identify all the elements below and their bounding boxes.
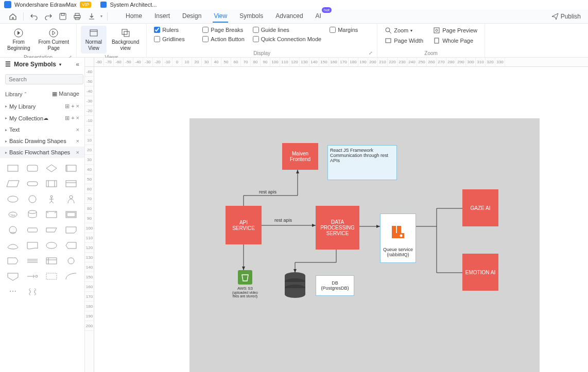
shape-stencil[interactable] xyxy=(44,255,59,267)
shape-stencil[interactable] xyxy=(63,162,79,174)
close-icon[interactable]: × xyxy=(76,138,79,144)
shape-stencil[interactable] xyxy=(63,193,79,205)
export-icon[interactable] xyxy=(86,11,97,22)
diagram-page[interactable]: Maiven Frontend React JS Framework Commu… xyxy=(189,118,540,372)
canvas[interactable]: Maiven Frontend React JS Framework Commu… xyxy=(94,67,588,372)
manage-link[interactable]: ▦ Manage xyxy=(52,91,79,97)
menu-design[interactable]: Design xyxy=(181,10,202,23)
add-icon[interactable]: ⊞ xyxy=(65,103,70,110)
vip-badge: VIP xyxy=(80,2,92,8)
node-db-label[interactable]: DB (PostgresDB) xyxy=(316,275,354,296)
svg-line-31 xyxy=(51,201,54,203)
shape-stencil[interactable] xyxy=(25,270,40,282)
shape-stencil[interactable]: ⋯ xyxy=(5,286,21,298)
shape-stencil[interactable] xyxy=(5,239,21,252)
library-item[interactable]: ▸Basic Drawing Shapes× xyxy=(0,135,84,147)
shape-stencil[interactable] xyxy=(5,224,21,236)
plus-icon[interactable]: + xyxy=(71,103,74,110)
shape-stencil[interactable] xyxy=(44,193,59,205)
menu-insert[interactable]: Insert xyxy=(153,10,171,23)
node-emotion-ai[interactable]: EMOTION AI xyxy=(462,254,498,291)
menu-ai[interactable]: AIhot xyxy=(315,10,322,23)
shape-stencil[interactable] xyxy=(63,224,79,236)
svg-rect-9 xyxy=(122,29,127,34)
shape-stencil[interactable] xyxy=(25,178,40,190)
node-aws-s3[interactable]: AWS S3 (uploaded video files are stored) xyxy=(230,270,261,298)
print-icon[interactable] xyxy=(72,11,83,22)
menu-home[interactable]: Home xyxy=(125,10,143,23)
svg-text:Yes: Yes xyxy=(10,214,15,217)
menu-symbols[interactable]: Symbols xyxy=(238,10,264,23)
menu-view[interactable]: View xyxy=(213,10,228,23)
ribbon-zoom: Zoom▾ Page Width Page Preview Whole Page… xyxy=(377,24,485,57)
actionbutton-checkbox[interactable]: Action Button xyxy=(199,35,247,43)
library-item[interactable]: ▸My Library⊞ + × xyxy=(0,100,84,112)
node-react-note[interactable]: React JS Framework Communication through… xyxy=(327,145,397,180)
shape-stencil[interactable] xyxy=(44,239,59,252)
undo-icon[interactable] xyxy=(28,11,40,22)
shape-stencil[interactable] xyxy=(44,224,59,236)
shape-stencil[interactable] xyxy=(63,208,79,221)
redo-icon[interactable] xyxy=(43,11,54,22)
pagebreaks-checkbox[interactable]: Page Breaks xyxy=(199,26,247,34)
node-database-cylinder[interactable] xyxy=(284,272,307,300)
doc-title[interactable]: System Architect... xyxy=(110,2,157,8)
library-item[interactable]: ▸Text× xyxy=(0,124,84,135)
normal-view-button[interactable]: Normal View xyxy=(81,26,107,54)
shape-stencil[interactable] xyxy=(63,255,79,267)
shape-stencil[interactable] xyxy=(5,178,21,190)
shape-stencil[interactable] xyxy=(25,286,40,298)
shape-stencil[interactable] xyxy=(25,239,40,252)
pagewidth-button[interactable]: Page Width xyxy=(382,36,428,45)
home-icon[interactable] xyxy=(7,11,19,22)
shape-stencil[interactable] xyxy=(25,193,40,205)
node-queue[interactable]: Queue service (rabbitMQ) xyxy=(380,214,416,263)
shape-stencil[interactable] xyxy=(44,270,59,282)
shape-stencil[interactable] xyxy=(25,208,40,221)
shape-stencil[interactable] xyxy=(25,224,40,236)
expand-icon[interactable]: ⤢ xyxy=(369,50,373,56)
guidelines-checkbox[interactable]: Guide lines xyxy=(250,26,324,34)
plus-icon[interactable]: + xyxy=(71,115,74,121)
background-view-button[interactable]: Background view xyxy=(109,26,142,54)
pagepreview-button[interactable]: Page Preview xyxy=(430,26,480,35)
quickconn-checkbox[interactable]: Quick Connection Mode xyxy=(250,35,324,43)
add-icon[interactable]: ⊞ xyxy=(65,115,70,121)
margins-checkbox[interactable]: Margins xyxy=(326,26,373,34)
shape-stencil[interactable] xyxy=(5,193,21,205)
node-data-processing[interactable]: DATA PROCESSING SERVICE xyxy=(316,206,359,250)
shape-stencil[interactable] xyxy=(25,255,40,267)
close-icon[interactable]: × xyxy=(76,103,79,110)
shape-stencil[interactable] xyxy=(5,162,21,174)
zoom-button[interactable]: Zoom▾ xyxy=(382,26,428,35)
shape-stencil[interactable] xyxy=(44,162,59,174)
library-item[interactable]: ▸Basic Flowchart Shapes× xyxy=(0,147,84,158)
from-beginning-button[interactable]: From Beginning xyxy=(4,26,33,54)
node-gaze-ai[interactable]: GAZE AI xyxy=(462,189,498,226)
node-api-service[interactable]: API SERVICE xyxy=(226,206,262,244)
gridlines-checkbox[interactable]: Gridlines xyxy=(151,35,197,43)
shape-stencil[interactable] xyxy=(5,255,21,267)
shape-stencil[interactable] xyxy=(44,178,59,190)
rulers-checkbox[interactable]: Rulers xyxy=(151,26,197,34)
collapse-icon[interactable]: « xyxy=(76,61,79,68)
shape-stencil[interactable] xyxy=(63,239,79,252)
search-input[interactable] xyxy=(5,74,83,84)
shape-stencil[interactable] xyxy=(5,270,21,282)
shape-stencil[interactable] xyxy=(63,270,79,282)
svg-point-44 xyxy=(36,275,38,277)
node-frontend[interactable]: Maiven Frontend xyxy=(282,143,318,170)
menu-advanced[interactable]: Advanced xyxy=(274,10,304,23)
library-item[interactable]: ▸My Collection ☁⊞ + × xyxy=(0,112,84,124)
shape-stencil[interactable]: Yes xyxy=(5,208,21,221)
close-icon[interactable]: × xyxy=(76,115,79,121)
wholepage-button[interactable]: Whole Page xyxy=(430,36,480,45)
publish-button[interactable]: Publish xyxy=(551,13,581,20)
close-icon[interactable]: × xyxy=(76,149,79,155)
from-current-button[interactable]: From Current Page xyxy=(35,26,72,54)
shape-stencil[interactable] xyxy=(63,178,79,190)
shape-stencil[interactable] xyxy=(44,208,59,221)
shape-stencil[interactable] xyxy=(25,162,40,174)
save-icon[interactable] xyxy=(57,11,68,22)
close-icon[interactable]: × xyxy=(76,127,79,133)
